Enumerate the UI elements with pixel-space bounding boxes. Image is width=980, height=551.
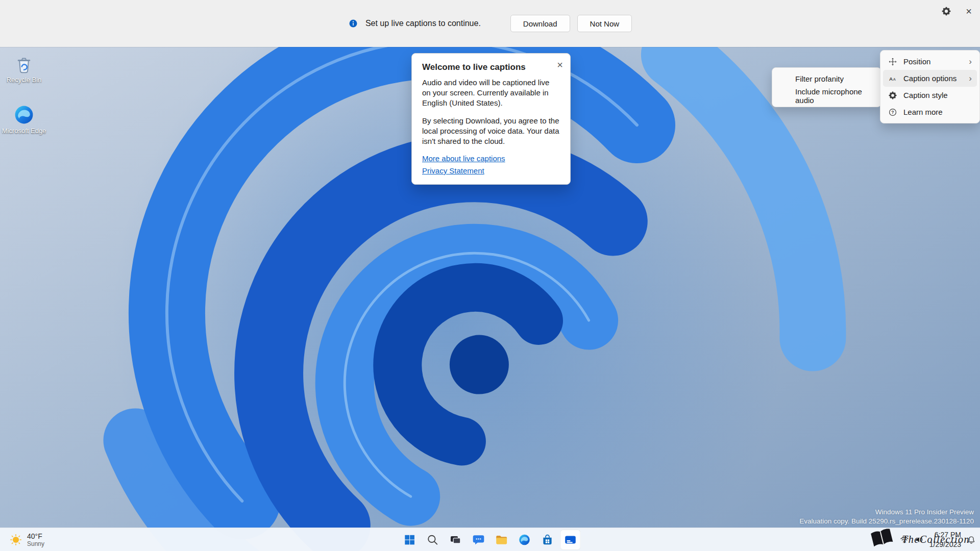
edge-icon bbox=[13, 104, 35, 126]
banner-close-icon[interactable]: × bbox=[966, 6, 972, 16]
live-captions-button[interactable] bbox=[560, 530, 581, 550]
store-icon bbox=[541, 533, 554, 546]
windows-edition-text: Windows 11 Pro Insider Preview bbox=[799, 508, 974, 517]
desktop: Set up live captions to continue. Downlo… bbox=[0, 0, 980, 551]
system-tray: 6:27 PM 1/29/2023 bbox=[885, 528, 976, 551]
menu-item-label: Caption style bbox=[903, 91, 948, 99]
folder-icon bbox=[495, 533, 508, 546]
menu-item-include-microphone-audio[interactable]: Include microphone audio bbox=[775, 87, 878, 104]
menu-item-label: Caption options bbox=[903, 74, 957, 83]
desktop-icon-label: Microsoft Edge bbox=[2, 128, 46, 135]
weather-widget[interactable]: 40°F Sunny bbox=[4, 528, 50, 551]
popup-paragraph-1: Audio and video will be captioned live o… bbox=[422, 78, 560, 109]
windows-logo-icon bbox=[403, 533, 416, 546]
more-about-live-captions-link[interactable]: More about live captions bbox=[422, 154, 560, 164]
popup-paragraph-2: By selecting Download, you agree to the … bbox=[422, 116, 560, 147]
evaluation-watermark: Windows 11 Pro Insider Preview Evaluatio… bbox=[799, 508, 974, 525]
chevron-right-icon: › bbox=[969, 74, 972, 83]
menu-item-label: Position bbox=[903, 57, 930, 66]
chat-button[interactable] bbox=[469, 530, 489, 550]
network-icon[interactable] bbox=[900, 535, 909, 544]
popup-close-icon[interactable]: × bbox=[557, 60, 563, 70]
move-icon bbox=[888, 57, 897, 66]
menu-item-label: Learn more bbox=[903, 108, 943, 116]
live-captions-setup-banner: Set up live captions to continue. Downlo… bbox=[0, 0, 980, 47]
settings-gear-icon[interactable] bbox=[941, 6, 951, 16]
question-mark-icon bbox=[888, 108, 897, 117]
edge-button[interactable] bbox=[514, 530, 535, 550]
desktop-icon-recycle-bin[interactable]: Recycle Bin bbox=[1, 53, 47, 84]
start-button[interactable] bbox=[400, 530, 420, 550]
download-button[interactable]: Download bbox=[510, 15, 570, 32]
weather-temp: 40°F bbox=[27, 532, 44, 540]
recycle-bin-icon bbox=[13, 53, 35, 75]
build-text: Evaluation copy. Build 25290.rs_prerelea… bbox=[799, 517, 974, 526]
desktop-icon-microsoft-edge[interactable]: Microsoft Edge bbox=[1, 104, 47, 135]
banner-controls: × bbox=[941, 6, 972, 16]
search-button[interactable] bbox=[423, 530, 443, 550]
task-view-icon bbox=[449, 533, 462, 546]
hidden-icons-chevron-icon[interactable] bbox=[885, 535, 894, 544]
sun-icon bbox=[9, 533, 22, 546]
clock-date: 1/29/2023 bbox=[929, 540, 961, 549]
info-icon bbox=[348, 18, 358, 29]
gear-icon bbox=[888, 91, 897, 100]
chat-icon bbox=[472, 533, 485, 546]
notifications-bell-icon[interactable] bbox=[967, 535, 976, 544]
banner-message: Set up live captions to continue. bbox=[365, 19, 481, 28]
live-captions-icon bbox=[564, 533, 577, 546]
weather-condition: Sunny bbox=[27, 540, 44, 547]
live-captions-context-menu: Position › Caption options › Caption sty… bbox=[880, 50, 980, 123]
edge-icon bbox=[518, 533, 531, 546]
menu-item-learn-more[interactable]: Learn more bbox=[883, 104, 977, 120]
taskbar: 40°F Sunny 6:27 PM 1/29/2023 bbox=[0, 528, 980, 551]
welcome-live-captions-popup: × Welcome to live captions Audio and vid… bbox=[411, 53, 571, 185]
store-button[interactable] bbox=[537, 530, 558, 550]
privacy-statement-link[interactable]: Privacy Statement bbox=[422, 166, 560, 176]
taskbar-clock[interactable]: 6:27 PM 1/29/2023 bbox=[929, 530, 961, 548]
menu-item-position[interactable]: Position › bbox=[883, 53, 977, 70]
file-explorer-button[interactable] bbox=[492, 530, 512, 550]
chevron-right-icon: › bbox=[969, 57, 972, 66]
not-now-button[interactable]: Not Now bbox=[577, 15, 632, 32]
menu-item-caption-options[interactable]: Caption options › bbox=[883, 70, 977, 87]
taskbar-center-icons bbox=[400, 530, 581, 550]
search-icon bbox=[426, 533, 439, 546]
banner-content: Set up live captions to continue. Downlo… bbox=[0, 15, 980, 32]
caption-options-submenu: Filter profanity Include microphone audi… bbox=[772, 67, 881, 107]
desktop-icon-label: Recycle Bin bbox=[7, 77, 42, 84]
menu-item-caption-style[interactable]: Caption style bbox=[883, 87, 977, 104]
volume-icon[interactable] bbox=[915, 535, 924, 544]
menu-item-label: Filter profanity bbox=[795, 74, 844, 83]
menu-item-filter-profanity[interactable]: Filter profanity bbox=[775, 70, 878, 87]
task-view-button[interactable] bbox=[446, 530, 466, 550]
clock-time: 6:27 PM bbox=[929, 530, 961, 539]
caption-options-icon bbox=[888, 74, 897, 83]
menu-item-label: Include microphone audio bbox=[795, 87, 873, 105]
popup-title: Welcome to live captions bbox=[422, 62, 560, 73]
